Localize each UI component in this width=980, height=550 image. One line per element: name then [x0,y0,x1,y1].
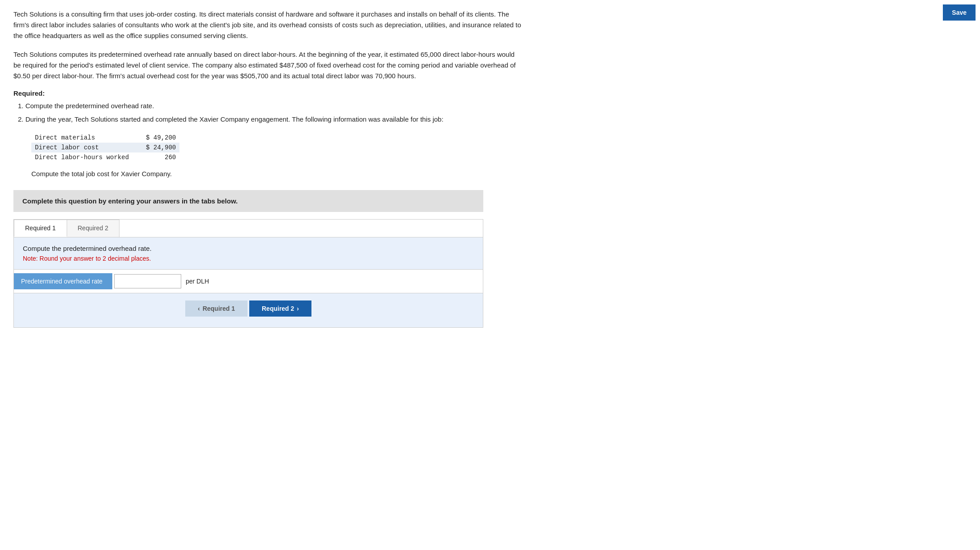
table-row: Direct materials $ 49,200 [31,133,179,143]
input-row: Predetermined overhead rate per DLH [14,269,483,293]
req-2-text: During the year, Tech Solutions started … [26,115,443,123]
job-row-label: Direct labor-hours worked [31,152,142,162]
next-button-label: Required 2 [262,305,294,312]
prev-button[interactable]: ‹ Required 1 [185,300,247,317]
chevron-right-icon: › [297,305,299,312]
tabs-header: Required 1 Required 2 [14,220,483,237]
nav-buttons: ‹ Required 1 Required 2 › [23,293,474,322]
prev-button-label: Required 1 [203,305,235,312]
requirements-list: 1. Compute the predetermined overhead ra… [13,101,524,125]
req-1-number: 1. [18,102,26,110]
requirement-1: 1. Compute the predetermined overhead ra… [18,101,524,111]
job-row-value: $ 49,200 [142,133,179,143]
job-row-label: Direct materials [31,133,142,143]
next-button[interactable]: Required 2 › [249,300,311,317]
requirement-2: 2. During the year, Tech Solutions start… [18,114,524,125]
required-heading: Required: [13,89,524,97]
job-row-label: Direct labor cost [31,143,142,152]
predetermined-overhead-rate-input[interactable] [114,274,181,288]
table-row: Direct labor cost $ 24,900 [31,143,179,152]
job-row-value: 260 [142,152,179,162]
chevron-left-icon: ‹ [198,305,200,312]
req-2-number: 2. [18,115,26,123]
tab-content-note: Note: Round your answer to 2 decimal pla… [23,255,474,262]
table-row: Direct labor-hours worked 260 [31,152,179,162]
compute-note: Compute the total job cost for Xavier Co… [31,169,524,179]
intro-paragraph-1: Tech Solutions is a consulting firm that… [13,9,524,41]
tab-content-required-1: Compute the predetermined overhead rate.… [14,237,483,327]
intro-paragraph-2: Tech Solutions computes its predetermine… [13,49,524,81]
job-data-table: Direct materials $ 49,200 Direct labor c… [31,133,179,162]
tab-required-2[interactable]: Required 2 [67,220,120,237]
job-row-value: $ 24,900 [142,143,179,152]
req-1-text: Compute the predetermined overhead rate. [26,102,154,110]
tab-required-1[interactable]: Required 1 [14,220,67,237]
tab-content-title: Compute the predetermined overhead rate. [23,245,474,252]
per-dlh-label: per DLH [186,278,209,285]
input-label: Predetermined overhead rate [14,273,112,289]
complete-banner: Complete this question by entering your … [13,190,483,212]
tabs-container: Required 1 Required 2 Compute the predet… [13,219,483,328]
